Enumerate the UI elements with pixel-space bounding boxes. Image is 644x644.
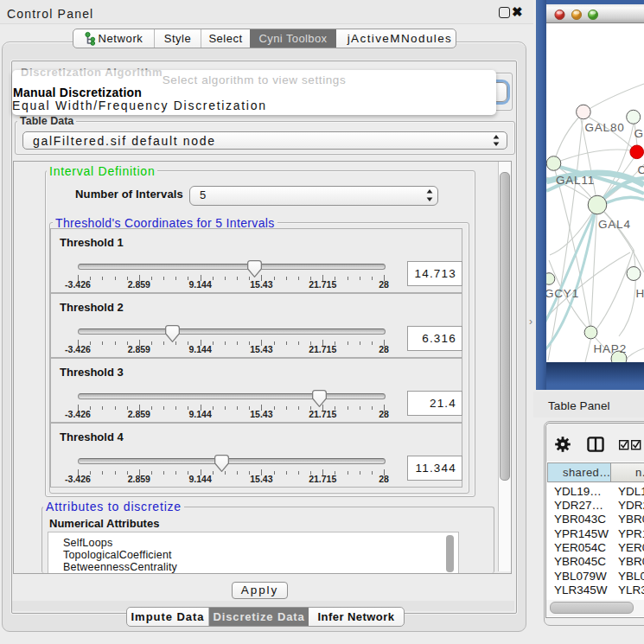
svg-text:H: H xyxy=(636,287,644,300)
svg-text:HAP2: HAP2 xyxy=(594,342,627,355)
svg-text:GAL4: GAL4 xyxy=(598,218,631,231)
svg-text:C: C xyxy=(638,163,644,176)
svg-text:GAL11: GAL11 xyxy=(556,174,595,187)
svg-text:GCY1: GCY1 xyxy=(546,287,579,300)
svg-text:GAL80: GAL80 xyxy=(585,121,625,134)
svg-text:G.: G. xyxy=(634,127,644,140)
